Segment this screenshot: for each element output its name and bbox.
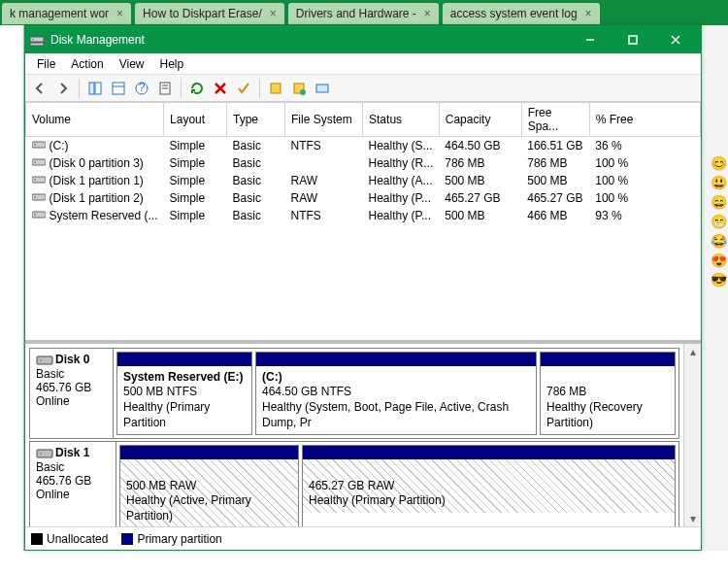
col-capacity[interactable]: Capacity: [439, 103, 521, 137]
partition-bar: [303, 446, 675, 459]
partition-info: System Reserved (E:)500 MB NTFSHealthy (…: [117, 366, 251, 434]
separator: [259, 79, 260, 98]
minimize-button[interactable]: [569, 26, 612, 53]
cell-status: Healthy (A...: [363, 172, 440, 189]
cell-layout: Simple: [164, 189, 227, 207]
page-left-gutter: [0, 25, 24, 551]
cell-type: Basic: [227, 172, 285, 189]
col-type[interactable]: Type: [227, 103, 285, 137]
properties-icon[interactable]: [154, 78, 176, 99]
scroll-up-icon[interactable]: ▴: [684, 344, 701, 359]
cell-pct: 100 %: [589, 172, 700, 189]
partition[interactable]: 465.27 GB RAWHealthy (Primary Partition): [302, 445, 676, 526]
partition-info: (C:)464.50 GB NTFSHealthy (System, Boot,…: [256, 366, 536, 434]
svg-rect-8: [95, 83, 101, 94]
close-icon[interactable]: ×: [585, 7, 592, 20]
vertical-scrollbar[interactable]: ▴ ▾: [683, 344, 701, 526]
page-bottom: [0, 551, 728, 574]
cell-capacity: 464.50 GB: [439, 137, 521, 155]
svg-rect-21: [316, 84, 328, 92]
cell-status: Healthy (P...: [363, 207, 440, 224]
delete-icon[interactable]: [210, 78, 231, 99]
toolbar-icon[interactable]: [108, 78, 129, 99]
back-button[interactable]: [29, 78, 50, 99]
disk-partitions: 500 MB RAWHealthy (Active, Primary Parti…: [116, 442, 678, 526]
menu-file[interactable]: File: [29, 55, 63, 73]
svg-point-35: [40, 453, 42, 455]
volume-icon: [32, 191, 46, 201]
table-row[interactable]: System Reserved (...SimpleBasicNTFSHealt…: [26, 207, 701, 224]
svg-point-1: [32, 39, 34, 41]
cell-layout: Simple: [164, 137, 227, 155]
close-button[interactable]: [654, 26, 697, 53]
toolbar-icon[interactable]: [265, 78, 286, 99]
browser-tab[interactable]: k management wor×: [2, 3, 131, 24]
scroll-down-icon[interactable]: ▾: [684, 511, 701, 526]
partition[interactable]: 786 MBHealthy (Recovery Partition): [540, 352, 676, 435]
app-icon: [29, 32, 45, 48]
col-volume[interactable]: Volume: [26, 103, 164, 137]
menu-view[interactable]: View: [112, 55, 152, 73]
disk-caption[interactable]: Disk 1Basic465.76 GBOnline: [30, 442, 116, 526]
toolbar-icon[interactable]: [312, 78, 333, 99]
cell-volume: (C:): [26, 137, 164, 155]
disk-partitions: System Reserved (E:)500 MB NTFSHealthy (…: [114, 349, 678, 438]
cell-volume: (Disk 1 partition 1): [26, 172, 164, 189]
partition[interactable]: 500 MB RAWHealthy (Active, Primary Parti…: [119, 445, 299, 526]
volume-icon: [32, 156, 46, 166]
separator: [79, 79, 80, 98]
cell-status: Healthy (S...: [363, 137, 440, 155]
disk-icon: [36, 447, 53, 460]
close-icon[interactable]: ×: [424, 7, 431, 20]
disk-row[interactable]: Disk 0Basic465.76 GBOnlineSystem Reserve…: [29, 348, 679, 439]
disk-icon: [36, 354, 53, 367]
partition[interactable]: System Reserved (E:)500 MB NTFSHealthy (…: [116, 352, 252, 435]
svg-text:?: ?: [139, 81, 146, 94]
titlebar[interactable]: Disk Management: [25, 26, 701, 53]
emoji-strip: 😊😃😄😁😂😍😎: [709, 155, 728, 287]
close-icon[interactable]: ×: [116, 7, 123, 20]
table-row[interactable]: (Disk 1 partition 1)SimpleBasicRAWHealth…: [26, 172, 701, 189]
close-icon[interactable]: ×: [270, 7, 277, 20]
forward-button[interactable]: [52, 78, 74, 99]
svg-rect-9: [113, 83, 124, 94]
maximize-button[interactable]: [612, 26, 654, 53]
browser-tab[interactable]: How to Diskpart Erase/×: [135, 3, 284, 24]
disk-caption[interactable]: Disk 0Basic465.76 GBOnline: [30, 349, 114, 438]
col-pctfree[interactable]: % Free: [589, 103, 700, 137]
checkmark-icon[interactable]: [233, 78, 254, 99]
cell-capacity: 500 MB: [439, 207, 521, 224]
browser-tab[interactable]: Drivers and Hardware -×: [288, 3, 439, 24]
table-row[interactable]: (Disk 0 partition 3)SimpleBasicHealthy (…: [26, 154, 701, 172]
col-free[interactable]: Free Spa...: [521, 103, 589, 137]
menu-help[interactable]: Help: [152, 55, 192, 73]
partition[interactable]: (C:)464.50 GB NTFSHealthy (System, Boot,…: [255, 352, 537, 435]
browser-tab[interactable]: access system event log×: [443, 3, 600, 24]
volume-icon: [32, 174, 46, 184]
volume-list-pane[interactable]: Volume Layout Type File System Status Ca…: [25, 102, 701, 344]
cell-capacity: 465.27 GB: [439, 189, 521, 207]
svg-point-33: [40, 359, 42, 361]
toolbar: ?: [25, 75, 701, 102]
svg-point-25: [34, 161, 36, 163]
toolbar-icon[interactable]: [288, 78, 310, 99]
split-panes: Volume Layout Type File System Status Ca…: [25, 102, 701, 526]
disk-row[interactable]: Disk 1Basic465.76 GBOnline500 MB RAWHeal…: [29, 441, 679, 526]
cell-capacity: 500 MB: [439, 172, 521, 189]
cell-layout: Simple: [164, 154, 227, 172]
cell-fs: NTFS: [285, 207, 363, 224]
disk-graphical-list[interactable]: Disk 0Basic465.76 GBOnlineSystem Reserve…: [25, 344, 683, 526]
show-hide-tree-icon[interactable]: [84, 78, 106, 99]
cell-type: Basic: [227, 207, 285, 224]
help-icon[interactable]: ?: [131, 78, 152, 99]
cell-layout: Simple: [164, 172, 227, 189]
table-row[interactable]: (Disk 1 partition 2)SimpleBasicRAWHealth…: [26, 189, 701, 207]
refresh-icon[interactable]: [186, 78, 208, 99]
table-row[interactable]: (C:)SimpleBasicNTFSHealthy (S...464.50 G…: [26, 137, 701, 155]
partition-info: 500 MB RAWHealthy (Active, Primary Parti…: [120, 459, 298, 526]
menu-action[interactable]: Action: [63, 55, 111, 73]
col-layout[interactable]: Layout: [164, 103, 227, 137]
col-filesystem[interactable]: File System: [285, 103, 363, 137]
partition-info: 786 MBHealthy (Recovery Partition): [541, 366, 675, 434]
col-status[interactable]: Status: [363, 103, 440, 137]
